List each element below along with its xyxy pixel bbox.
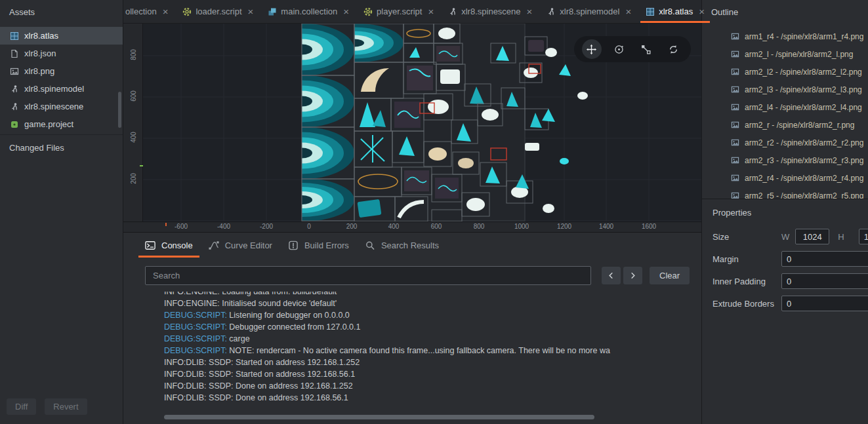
tab-main-collection[interactable]: main.collection × [260, 0, 356, 23]
tab-xlr8-atlas[interactable]: xlr8.atlas × [638, 0, 712, 23]
outline-item[interactable]: arm2_l2 - /spine/xlr8/arm2_l2.png [702, 63, 868, 81]
scale-icon [640, 44, 651, 55]
console-output[interactable]: INFO:ENGINE: Loading data from: build/de… [123, 292, 701, 424]
asset-item-xlr8-spinemodel[interactable]: xlr8.spinemodel [0, 80, 123, 98]
ruler-label: 800 [474, 223, 485, 230]
scene-toolbar [574, 36, 691, 62]
spine-icon [10, 85, 19, 94]
tab-xlr8-spinemodel[interactable]: xlr8.spinemodel × [539, 0, 638, 23]
rotate-tool-button[interactable] [609, 39, 629, 59]
ruler-label: 800 [130, 42, 137, 68]
log-prefix: INFO:DLIB: [164, 393, 207, 402]
ruler-label: 1400 [599, 223, 613, 230]
tab-build-errors[interactable]: Build Errors [280, 233, 357, 258]
asset-item-xlr8-json[interactable]: xlr8.json [0, 45, 123, 62]
property-row-size: Size W H [702, 225, 868, 248]
log-text: Listening for debugger on 0.0.0.0 [227, 311, 350, 320]
outline-label: arm2_r - /spine/xlr8/arm2_r.png [745, 121, 854, 130]
image-icon [731, 156, 739, 164]
log-prefix: DEBUG:SCRIPT: [164, 322, 227, 332]
changed-files-actions: Diff Revert [0, 391, 123, 424]
scale-tool-button[interactable] [636, 39, 656, 59]
outline-item[interactable]: arm1_r4 - /spine/xlr8/arm1_r4.png [702, 28, 868, 45]
console-line: INFO:DLIB: SSDP: Started on address 192.… [164, 357, 701, 368]
assets-panel-title: Assets [0, 0, 123, 23]
assets-scrollbar[interactable] [118, 92, 121, 128]
search-prev-button[interactable] [602, 267, 621, 284]
scene-view[interactable]: 800 600 400 200 -600 -400 -200 0 200 400… [123, 24, 701, 233]
outline-label: arm2_r3 - /spine/xlr8/arm2_r3.png [745, 156, 863, 165]
tab-close-icon[interactable]: × [527, 7, 533, 16]
asset-item-xlr8-atlas[interactable]: xlr8.atlas [0, 27, 123, 45]
tab-loader-script[interactable]: loader.script × [175, 0, 260, 23]
tab-label: Console [161, 241, 193, 250]
asset-label: xlr8.spinescene [24, 102, 83, 111]
height-label: H [838, 232, 844, 242]
image-icon [731, 32, 739, 41]
property-label: Size [713, 232, 781, 242]
property-label: Margin [713, 254, 781, 264]
outline-item[interactable]: arm2_r2 - /spine/xlr8/arm2_r2.png [702, 134, 868, 151]
tab-search-results[interactable]: Search Results [357, 233, 447, 258]
console-line: INFO:ENGINE: Initialised sound device 'd… [164, 298, 701, 309]
log-prefix: DEBUG:SCRIPT: [164, 334, 227, 343]
asset-label: xlr8.png [24, 66, 54, 76]
console-line: INFO:ENGINE: Loading data from: build/de… [164, 292, 701, 298]
outline-item[interactable]: arm2_r4 - /spine/xlr8/arm2_r4.png [702, 169, 868, 187]
console-search-input[interactable] [145, 266, 591, 285]
editor-tabbar: ollection × loader.script × main.collect… [123, 0, 701, 24]
outline-label: arm2_l4 - /spine/xlr8/arm2_l4.png [745, 103, 862, 112]
outline-panel-title: Outline [702, 0, 868, 23]
tab-player-script[interactable]: player.script × [356, 0, 441, 23]
tab-label: xlr8.spinemodel [560, 7, 619, 16]
outline-item[interactable]: arm2_r3 - /spine/xlr8/arm2_r3.png [702, 151, 868, 169]
tab-collection-clipped[interactable]: ollection × [123, 0, 175, 23]
tab-close-icon[interactable]: × [343, 7, 349, 16]
tab-curve-editor[interactable]: Curve Editor [201, 233, 280, 258]
spine-icon [10, 102, 19, 111]
outline-item[interactable]: arm2_l3 - /spine/xlr8/arm2_l3.png [702, 81, 868, 98]
console-horizontal-scrollbar[interactable] [164, 415, 594, 419]
image-icon [731, 85, 739, 94]
outline-item[interactable]: arm2_r5 - /spine/xlr8/arm2_r5.png [702, 187, 868, 199]
image-icon [731, 67, 739, 76]
outline-item[interactable]: arm2_l4 - /spine/xlr8/arm2_l4.png [702, 98, 868, 116]
console-line: DEBUG:SCRIPT: NOTE: rendercam - No activ… [164, 345, 701, 357]
collection-icon [268, 7, 277, 16]
reset-view-button[interactable] [663, 39, 683, 59]
move-tool-button[interactable] [582, 39, 602, 59]
tab-label: xlr8.atlas [659, 7, 693, 16]
refresh-icon [668, 44, 679, 55]
console-clear-button[interactable]: Clear [650, 267, 690, 284]
tab-close-icon[interactable]: × [163, 7, 169, 16]
tab-close-icon[interactable]: × [699, 7, 705, 16]
log-text: Initialised sound device 'default' [220, 299, 337, 308]
tab-close-icon[interactable]: × [428, 7, 434, 16]
ruler-marker [140, 165, 143, 166]
margin-input[interactable] [781, 251, 868, 267]
extrude-borders-input[interactable] [781, 296, 868, 311]
tab-console[interactable]: Console [137, 233, 201, 258]
ruler-label: -600 [175, 223, 188, 230]
ruler-label: 1200 [557, 223, 571, 230]
ruler-label: 600 [130, 83, 137, 109]
log-text: SSDP: Done on address 192.168.56.1 [207, 393, 348, 402]
tab-xlr8-spinescene[interactable]: xlr8.spinescene × [441, 0, 539, 23]
inner-padding-input[interactable] [781, 273, 868, 289]
asset-item-xlr8-png[interactable]: xlr8.png [0, 62, 123, 80]
chevron-right-icon [629, 272, 636, 279]
tab-close-icon[interactable]: × [248, 7, 254, 16]
script-gear-icon [363, 7, 373, 16]
asset-item-xlr8-spinescene[interactable]: xlr8.spinescene [0, 98, 123, 115]
size-width-input[interactable] [795, 229, 829, 244]
size-height-input[interactable] [859, 229, 868, 244]
log-prefix: DEBUG:SCRIPT: [164, 346, 227, 355]
asset-item-game-project[interactable]: game.project [0, 115, 123, 133]
tab-close-icon[interactable]: × [625, 7, 631, 16]
outline-item[interactable]: arm2_l - /spine/xlr8/arm2_l.png [702, 45, 868, 63]
search-next-button[interactable] [623, 267, 642, 284]
revert-button[interactable]: Revert [45, 398, 87, 415]
outline-item[interactable]: arm2_r - /spine/xlr8/arm2_r.png [702, 116, 868, 134]
ruler-label: 0 [307, 223, 311, 230]
diff-button[interactable]: Diff [7, 398, 36, 415]
